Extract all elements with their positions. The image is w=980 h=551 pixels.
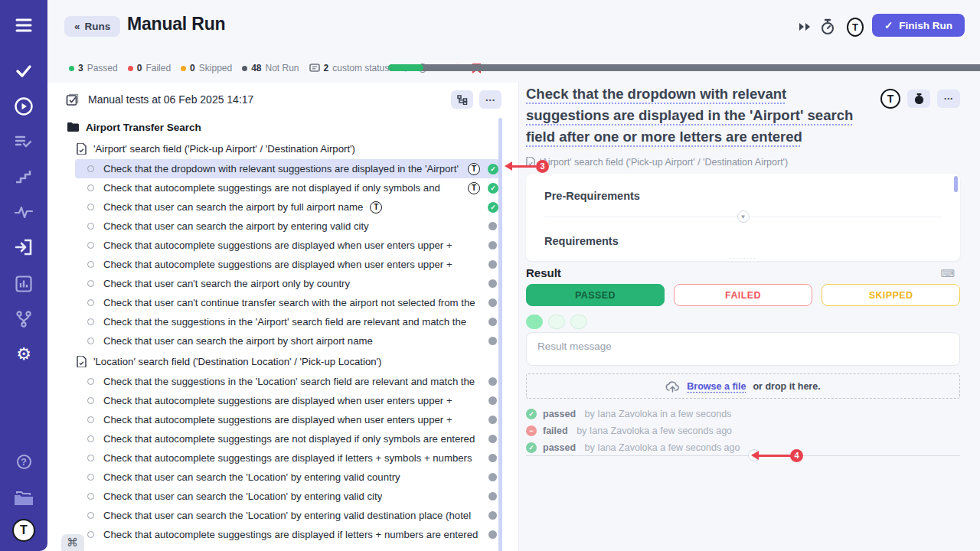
projects-folder-icon[interactable] — [14, 488, 34, 508]
tree-row[interactable]: Check that the suggestions in the 'Airpo… — [75, 312, 500, 331]
tree-row-label: Check that autocomplete suggestions are … — [103, 259, 452, 270]
tree-row-label: Check that user can't continue transfer … — [103, 297, 475, 308]
failed-button[interactable]: FAILED — [674, 284, 812, 306]
history-divider: ▼ — [526, 455, 960, 456]
tree-row[interactable]: Check that autocomplete suggestings are … — [75, 525, 500, 544]
history-status-icon: − — [526, 425, 537, 436]
testomat-badge-icon: T — [468, 163, 480, 175]
browse-file-link[interactable]: Browse a file — [687, 381, 746, 392]
test-circle-icon — [87, 223, 94, 230]
tree-row-label: Check that autocomplete suggestings are … — [103, 182, 440, 194]
test-circle-icon — [87, 318, 94, 325]
tree-row[interactable]: Check that autocomplete suggestings are … — [75, 178, 500, 197]
run-progress-bar — [388, 64, 980, 71]
tree-row[interactable]: Check that autocomplete suggestings are … — [75, 448, 500, 468]
status-notrun-icon — [488, 241, 497, 249]
result-message-input[interactable] — [526, 332, 960, 366]
test-circle-icon — [87, 474, 94, 481]
keyboard-icon: ⌨ — [940, 268, 955, 279]
tree-row[interactable]: Check that user can search the airport b… — [75, 217, 500, 236]
steps-icon[interactable] — [14, 167, 34, 187]
tree-row[interactable]: Check that user can search the 'Location… — [75, 487, 500, 506]
status-notrun-icon — [488, 454, 497, 462]
pulse-icon[interactable] — [14, 202, 34, 222]
tree-row-label: Check that the dropdown with relevant su… — [103, 163, 459, 174]
tree-view-button[interactable] — [451, 90, 473, 109]
tests-check-icon[interactable] — [14, 61, 34, 81]
result-tag[interactable] — [570, 315, 587, 329]
main-sidebar: ⚙ ? T — [0, 0, 47, 551]
tree-row[interactable]: Check that the dropdown with relevant su… — [75, 159, 500, 178]
tree-row[interactable]: Check that user can't continue transfer … — [75, 293, 500, 312]
tree-row[interactable]: Airport Transfer Search — [47, 116, 518, 138]
history-entry: ✓ passed by Iana Zavoloka in a few secon… — [526, 406, 740, 422]
cloud-upload-icon — [665, 380, 680, 393]
requirements-heading: Requirements — [544, 235, 619, 247]
back-to-runs-button[interactable]: « Runs — [64, 16, 120, 37]
result-tag[interactable] — [526, 315, 543, 329]
drag-handle[interactable]: ········ — [526, 255, 960, 261]
tree-row-label: 'Airport' search field ('Pick-up Airport… — [93, 143, 355, 155]
menu-icon[interactable] — [14, 15, 34, 35]
timer-button[interactable] — [907, 90, 930, 108]
reports-chart-icon[interactable] — [14, 274, 34, 294]
testomat-badge-large: T — [880, 89, 900, 109]
tree-row[interactable]: Check that user can search the airport b… — [75, 197, 500, 217]
tree-row-label: Check that autocomplete suggestings are … — [103, 433, 475, 445]
test-title[interactable]: Check that the dropdown with relevant su… — [526, 83, 886, 148]
status-notrun-icon — [488, 318, 497, 326]
test-tree: Airport Transfer Search 'Airport' search… — [47, 116, 518, 551]
tree-row[interactable]: Check that user can't search the airport… — [75, 274, 500, 293]
annotation-arrow-4: 4 — [751, 448, 803, 462]
tree-row[interactable]: Check that user can search the airport b… — [75, 331, 500, 350]
branches-icon[interactable] — [14, 309, 34, 329]
file-dropzone[interactable]: Browse a file or drop it here. — [526, 373, 960, 399]
tree-scrollbar[interactable] — [498, 118, 502, 551]
result-tag[interactable] — [548, 315, 565, 329]
runs-play-icon[interactable] — [14, 96, 34, 116]
fast-forward-icon[interactable] — [796, 18, 813, 35]
tree-row[interactable]: Check that autocomplete suggestings are … — [75, 429, 500, 448]
stopwatch-icon[interactable] — [819, 18, 836, 35]
tree-row[interactable]: Check that autocomplete suggestions are … — [75, 410, 500, 429]
status-counter: 48 Not Run — [242, 63, 299, 73]
status-notrun-icon — [488, 377, 497, 386]
testomat-logo-small[interactable]: T — [847, 18, 864, 35]
status-passed-icon: ✓ — [488, 183, 498, 194]
tree-row[interactable]: Check that autocomplete suggestions are … — [75, 255, 500, 274]
tree-row-label: Check that autocomplete suggestings are … — [103, 452, 472, 464]
history-status-icon: ✓ — [526, 442, 537, 453]
tree-row[interactable]: 'Location' search field ('Destination Lo… — [47, 350, 518, 372]
tree-panel-header: Manual tests at 06 Feb 2025 14:17 ··· — [47, 83, 518, 116]
section-toggle-icon[interactable]: ▼ — [737, 210, 750, 223]
test-circle-icon — [87, 204, 94, 210]
tree-row[interactable]: Check that autocomplete suggestions are … — [75, 236, 500, 255]
testomat-logo[interactable]: T — [12, 519, 35, 542]
detail-more-button[interactable]: ··· — [937, 90, 960, 108]
run-source-label: Manual tests at 06 Feb 2025 14:17 — [88, 93, 253, 106]
settings-gear-icon[interactable]: ⚙ — [14, 344, 34, 364]
tree-row-label: Check that autocomplete suggestings are … — [103, 529, 478, 540]
tree-row[interactable]: 'Airport' search field ('Pick-up Airport… — [47, 138, 518, 159]
statuses-icon — [309, 64, 320, 73]
test-title-line: Check that the dropdown with relevant — [526, 86, 786, 102]
test-circle-icon — [87, 165, 94, 172]
skipped-button[interactable]: SKIPPED — [822, 284, 960, 306]
finish-run-button[interactable]: ✓ Finish Run — [872, 14, 965, 37]
test-plans-icon[interactable] — [14, 132, 34, 152]
breadcrumb[interactable]: 'Airport' search field ('Pick-up Airport… — [526, 157, 788, 168]
passed-button[interactable]: PASSED — [526, 284, 665, 306]
test-circle-icon — [87, 280, 94, 287]
tree-row[interactable]: Check that autocomplete suggestions are … — [75, 391, 500, 410]
app-window: ⚙ ? T « Runs Manual Run T ✓ Finis — [0, 0, 980, 551]
import-icon[interactable] — [14, 237, 34, 257]
tree-row-label: Check that user can search the airport b… — [103, 335, 373, 347]
card-scrollbar[interactable] — [954, 176, 958, 192]
tree-more-button[interactable]: ··· — [479, 90, 501, 109]
tree-row[interactable]: Check that user can search the 'Location… — [75, 506, 500, 525]
result-history: ✓ passed by Iana Zavoloka in a few secon… — [526, 406, 740, 456]
document-icon — [77, 356, 87, 367]
help-icon[interactable]: ? — [14, 452, 34, 471]
tree-row[interactable]: Check that user can search the 'Location… — [75, 468, 500, 487]
tree-row[interactable]: Check that the suggestions in the 'Locat… — [75, 372, 500, 391]
